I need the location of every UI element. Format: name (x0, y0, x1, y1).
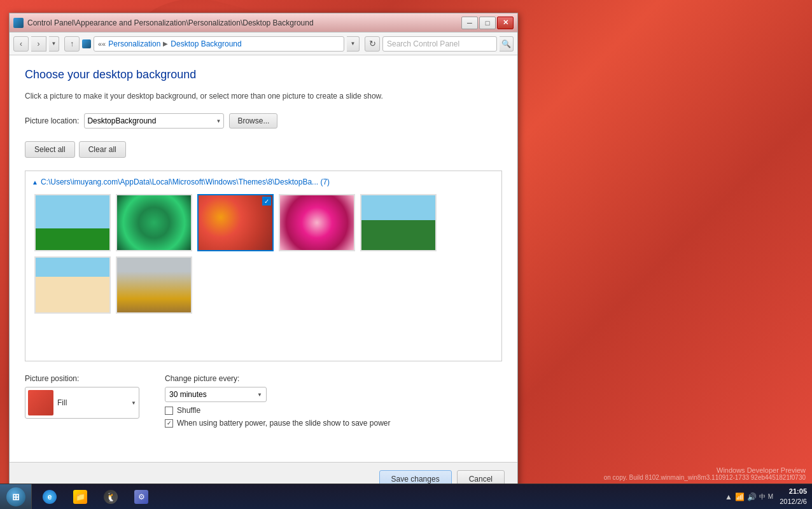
gallery-item-3[interactable]: ✓ (197, 194, 274, 251)
start-button[interactable]: ⊞ (0, 484, 32, 510)
path-prefix: «« (98, 40, 106, 48)
refresh-button[interactable]: ↻ (365, 36, 380, 52)
page-title: Choose your desktop background (25, 68, 502, 81)
gallery-item-2[interactable] (116, 194, 192, 251)
selection-buttons: Select all Clear all (25, 141, 502, 158)
taskbar-app-ie[interactable]: e (36, 485, 64, 508)
path-part-1[interactable]: Personalization (108, 39, 160, 48)
forward-button[interactable]: › (31, 36, 46, 52)
select-all-button[interactable]: Select all (25, 141, 75, 158)
clock-time: 21:05 (780, 487, 807, 496)
up-button[interactable]: ↑ (64, 36, 80, 52)
gallery-thumb-1 (36, 195, 109, 250)
taskbar-right: ▲ 📶 🔊 中 M 21:05 2012/2/6 (717, 487, 812, 506)
battery-label: When using battery power, pause the slid… (177, 419, 391, 428)
explorer-icon: 📁 (73, 490, 87, 504)
gallery-checkbox-3[interactable]: ✓ (262, 197, 271, 206)
picture-location-label: Picture location: (25, 116, 79, 125)
ie-icon: e (43, 490, 57, 504)
gallery-thumb-6 (36, 258, 109, 312)
title-bar-controls: ─ □ ✕ (461, 17, 514, 29)
battery-row: ✓ When using battery power, pause the sl… (165, 419, 391, 428)
picture-location-row: Picture location: DesktopBackground ▼ Br… (25, 113, 502, 129)
watermark: Windows Developer Preview on copy. Build… (604, 466, 806, 481)
gallery-thumb-5 (361, 195, 435, 250)
control-panel-window: Control Panel\Appearance and Personaliza… (9, 13, 518, 496)
battery-checkbox[interactable]: ✓ (165, 419, 173, 428)
position-arrow: ▼ (131, 400, 136, 406)
shuffle-row: Shuffle (165, 406, 391, 415)
gallery-item-4[interactable] (279, 194, 355, 251)
ime-icon[interactable]: M (768, 493, 773, 500)
picture-position-label: Picture position: (25, 374, 139, 383)
taskbar-app-settings[interactable]: ⚙ (127, 485, 155, 508)
address-bar: ‹ › ▼ ↑ «« Personalization ▶ Desktop Bac… (10, 32, 517, 55)
change-picture-select[interactable]: 30 minutes ▼ (165, 387, 267, 402)
taskbar-app-penguin[interactable]: 🐧 (97, 485, 125, 508)
window-icon (13, 18, 24, 28)
path-dropdown-button[interactable]: ▼ (347, 36, 360, 52)
close-button[interactable]: ✕ (497, 17, 514, 29)
path-icon (82, 39, 91, 48)
settings-icon: ⚙ (134, 490, 148, 504)
taskbar: ⊞ e 📁 🐧 ⚙ ▲ 📶 🔊 中 M 21:05 2012/2/6 (0, 484, 812, 509)
change-picture-section: Change picture every: 30 minutes ▼ Shuff… (165, 374, 391, 428)
position-value: Fill (57, 398, 67, 407)
gallery-path-header: ▲ C:\Users\imuyang.com\AppData\Local\Mic… (32, 178, 495, 186)
search-button[interactable]: 🔍 (500, 36, 514, 52)
bottom-controls: Picture position: Fill ▼ Change picture … (25, 369, 502, 428)
gallery-thumb-3 (199, 195, 272, 250)
gallery-thumb-4 (280, 195, 354, 250)
picture-position-section: Picture position: Fill ▼ (25, 374, 139, 419)
taskbar-clock[interactable]: 21:05 2012/2/6 (780, 487, 807, 506)
back-button[interactable]: ‹ (13, 36, 29, 52)
picture-position-select[interactable]: Fill ▼ (25, 387, 139, 419)
change-picture-arrow: ▼ (257, 392, 262, 398)
input-method-icon[interactable]: 中 (759, 492, 766, 501)
gallery-grid: ✓ (32, 192, 495, 316)
gallery-item-5[interactable] (360, 194, 437, 251)
search-box[interactable]: Search Control Panel (382, 36, 497, 52)
system-tray-icons: ▲ 📶 🔊 中 M (722, 492, 776, 501)
search-placeholder: Search Control Panel (387, 39, 459, 48)
shuffle-label: Shuffle (177, 406, 200, 415)
title-bar: Control Panel\Appearance and Personaliza… (10, 13, 517, 32)
address-path[interactable]: «« Personalization ▶ Desktop Background (94, 36, 344, 52)
gallery-item-1[interactable] (34, 194, 111, 251)
maximize-button[interactable]: □ (479, 17, 496, 29)
minimize-button[interactable]: ─ (461, 17, 478, 29)
browse-button[interactable]: Browse... (229, 113, 277, 129)
gallery-item-6[interactable] (34, 256, 111, 314)
path-part-2[interactable]: Desktop Background (171, 39, 241, 48)
gallery-path-toggle[interactable]: ▲ (32, 179, 38, 186)
clear-all-button[interactable]: Clear all (79, 141, 126, 158)
penguin-icon: 🐧 (104, 490, 118, 504)
gallery-thumb-7 (117, 258, 191, 312)
change-picture-label: Change picture every: (165, 374, 391, 383)
window-title: Control Panel\Appearance and Personaliza… (27, 18, 461, 27)
shuffle-checkbox[interactable] (165, 407, 173, 415)
gallery-path-text: C:\Users\imuyang.com\AppData\Local\Micro… (41, 178, 330, 186)
taskbar-app-explorer[interactable]: 📁 (66, 485, 94, 508)
gallery-thumb-2 (117, 195, 191, 250)
change-picture-value: 30 minutes (169, 390, 207, 399)
position-thumbnail (28, 390, 53, 415)
picture-location-arrow: ▼ (216, 118, 221, 124)
gallery-container: ▲ C:\Users\imuyang.com\AppData\Local\Mic… (25, 171, 502, 361)
taskbar-apps: e 📁 🐧 ⚙ (32, 484, 159, 510)
wifi-icon[interactable]: 📶 (735, 492, 745, 501)
start-orb: ⊞ (6, 487, 25, 506)
content-area: Choose your desktop background Click a p… (10, 55, 517, 462)
nav-dropdown-button[interactable]: ▼ (49, 36, 59, 52)
network-icon[interactable]: ▲ (725, 492, 732, 501)
start-logo: ⊞ (12, 492, 20, 502)
page-subtitle: Click a picture to make it your desktop … (25, 92, 502, 101)
clock-date: 2012/2/6 (780, 497, 807, 506)
picture-location-select[interactable]: DesktopBackground ▼ (84, 113, 224, 129)
picture-location-value: DesktopBackground (87, 116, 156, 125)
path-sep: ▶ (163, 40, 168, 47)
sound-icon[interactable]: 🔊 (747, 492, 757, 501)
gallery-item-7[interactable] (116, 256, 192, 314)
